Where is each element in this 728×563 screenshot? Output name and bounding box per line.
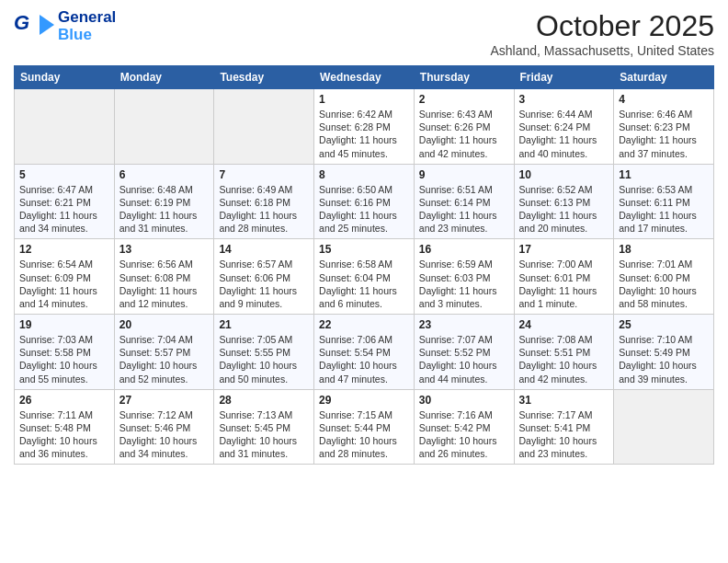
day-number: 14 <box>219 243 309 256</box>
day-info: Sunrise: 6:51 AM Sunset: 6:14 PM Dayligh… <box>419 183 509 236</box>
day-number: 26 <box>19 394 109 407</box>
day-number: 17 <box>519 243 609 256</box>
day-number: 21 <box>219 318 309 331</box>
day-number: 5 <box>19 168 109 181</box>
day-number: 13 <box>119 243 210 256</box>
weekday-header-tuesday: Tuesday <box>214 66 314 89</box>
calendar-cell: 29Sunrise: 7:15 AM Sunset: 5:44 PM Dayli… <box>314 389 415 465</box>
day-info: Sunrise: 6:47 AM Sunset: 6:21 PM Dayligh… <box>19 183 109 236</box>
logo-general: General <box>58 9 116 27</box>
calendar-week-5: 26Sunrise: 7:11 AM Sunset: 5:48 PM Dayli… <box>15 389 714 465</box>
calendar-cell: 7Sunrise: 6:49 AM Sunset: 6:18 PM Daylig… <box>214 164 314 239</box>
calendar-cell: 12Sunrise: 6:54 AM Sunset: 6:09 PM Dayli… <box>15 239 115 315</box>
calendar-cell: 14Sunrise: 6:57 AM Sunset: 6:06 PM Dayli… <box>214 239 314 315</box>
day-number: 3 <box>519 93 609 106</box>
day-info: Sunrise: 6:44 AM Sunset: 6:24 PM Dayligh… <box>519 108 609 160</box>
svg-marker-1 <box>40 15 54 35</box>
calendar-week-3: 12Sunrise: 6:54 AM Sunset: 6:09 PM Dayli… <box>15 239 714 315</box>
calendar-cell <box>214 89 314 165</box>
logo-text: General Blue <box>58 9 116 43</box>
weekday-header-row: SundayMondayTuesdayWednesdayThursdayFrid… <box>15 66 714 89</box>
calendar-cell: 2Sunrise: 6:43 AM Sunset: 6:26 PM Daylig… <box>414 89 514 165</box>
calendar-table: SundayMondayTuesdayWednesdayThursdayFrid… <box>14 65 714 465</box>
day-info: Sunrise: 6:56 AM Sunset: 6:08 PM Dayligh… <box>119 258 210 310</box>
svg-text:G: G <box>14 11 29 34</box>
day-number: 4 <box>619 93 709 106</box>
day-info: Sunrise: 7:05 AM Sunset: 5:55 PM Dayligh… <box>219 333 309 385</box>
calendar-cell <box>114 89 214 165</box>
day-number: 7 <box>219 168 309 181</box>
day-number: 24 <box>519 318 609 331</box>
calendar-week-1: 1Sunrise: 6:42 AM Sunset: 6:28 PM Daylig… <box>15 89 714 165</box>
calendar-cell: 5Sunrise: 6:47 AM Sunset: 6:21 PM Daylig… <box>15 164 115 239</box>
day-info: Sunrise: 6:50 AM Sunset: 6:16 PM Dayligh… <box>319 183 409 236</box>
calendar-cell: 13Sunrise: 6:56 AM Sunset: 6:08 PM Dayli… <box>114 239 214 315</box>
page-container: G General Blue October 2025 Ashland, Mas… <box>0 0 728 474</box>
day-number: 16 <box>419 243 509 256</box>
day-info: Sunrise: 7:01 AM Sunset: 6:00 PM Dayligh… <box>619 258 709 310</box>
day-info: Sunrise: 6:53 AM Sunset: 6:11 PM Dayligh… <box>619 183 709 236</box>
day-info: Sunrise: 7:15 AM Sunset: 5:44 PM Dayligh… <box>319 408 409 461</box>
day-info: Sunrise: 6:54 AM Sunset: 6:09 PM Dayligh… <box>19 258 109 310</box>
day-number: 19 <box>19 318 109 331</box>
logo-blue: Blue <box>58 27 116 44</box>
calendar-cell: 17Sunrise: 7:00 AM Sunset: 6:01 PM Dayli… <box>514 239 614 315</box>
calendar-cell: 1Sunrise: 6:42 AM Sunset: 6:28 PM Daylig… <box>314 89 415 165</box>
calendar-cell: 3Sunrise: 6:44 AM Sunset: 6:24 PM Daylig… <box>514 89 614 165</box>
day-info: Sunrise: 6:49 AM Sunset: 6:18 PM Dayligh… <box>219 183 309 236</box>
day-info: Sunrise: 6:52 AM Sunset: 6:13 PM Dayligh… <box>519 183 609 236</box>
calendar-cell: 6Sunrise: 6:48 AM Sunset: 6:19 PM Daylig… <box>114 164 214 239</box>
calendar-cell: 24Sunrise: 7:08 AM Sunset: 5:51 PM Dayli… <box>514 315 614 390</box>
day-info: Sunrise: 7:06 AM Sunset: 5:54 PM Dayligh… <box>319 333 409 385</box>
calendar-cell: 11Sunrise: 6:53 AM Sunset: 6:11 PM Dayli… <box>614 164 714 239</box>
calendar-cell: 23Sunrise: 7:07 AM Sunset: 5:52 PM Dayli… <box>414 315 514 390</box>
day-number: 25 <box>619 318 709 331</box>
day-number: 2 <box>419 93 509 106</box>
location: Ashland, Massachusetts, United States <box>490 43 714 58</box>
calendar-cell: 8Sunrise: 6:50 AM Sunset: 6:16 PM Daylig… <box>314 164 415 239</box>
day-number: 18 <box>619 243 709 256</box>
day-info: Sunrise: 7:11 AM Sunset: 5:48 PM Dayligh… <box>19 408 109 461</box>
day-number: 12 <box>19 243 109 256</box>
calendar-body: 1Sunrise: 6:42 AM Sunset: 6:28 PM Daylig… <box>15 89 714 465</box>
calendar-cell: 19Sunrise: 7:03 AM Sunset: 5:58 PM Dayli… <box>15 315 115 390</box>
calendar-cell: 22Sunrise: 7:06 AM Sunset: 5:54 PM Dayli… <box>314 315 415 390</box>
day-number: 9 <box>419 168 509 181</box>
calendar-cell <box>15 89 115 165</box>
day-number: 6 <box>119 168 210 181</box>
day-number: 27 <box>119 394 210 407</box>
day-number: 10 <box>519 168 609 181</box>
day-number: 31 <box>519 394 609 407</box>
day-number: 29 <box>319 394 409 407</box>
weekday-header-wednesday: Wednesday <box>314 66 415 89</box>
header: G General Blue October 2025 Ashland, Mas… <box>14 9 714 58</box>
calendar-cell: 9Sunrise: 6:51 AM Sunset: 6:14 PM Daylig… <box>414 164 514 239</box>
day-number: 30 <box>419 394 509 407</box>
calendar-cell <box>614 389 714 465</box>
calendar-cell: 20Sunrise: 7:04 AM Sunset: 5:57 PM Dayli… <box>114 315 214 390</box>
day-info: Sunrise: 6:46 AM Sunset: 6:23 PM Dayligh… <box>619 108 709 160</box>
day-number: 15 <box>319 243 409 256</box>
day-info: Sunrise: 7:03 AM Sunset: 5:58 PM Dayligh… <box>19 333 109 385</box>
weekday-header-thursday: Thursday <box>414 66 514 89</box>
weekday-header-sunday: Sunday <box>15 66 115 89</box>
day-info: Sunrise: 7:04 AM Sunset: 5:57 PM Dayligh… <box>119 333 210 385</box>
day-info: Sunrise: 6:48 AM Sunset: 6:19 PM Dayligh… <box>119 183 210 236</box>
calendar-week-4: 19Sunrise: 7:03 AM Sunset: 5:58 PM Dayli… <box>15 315 714 390</box>
day-number: 11 <box>619 168 709 181</box>
day-info: Sunrise: 7:12 AM Sunset: 5:46 PM Dayligh… <box>119 408 210 461</box>
day-info: Sunrise: 7:16 AM Sunset: 5:42 PM Dayligh… <box>419 408 509 461</box>
day-info: Sunrise: 6:43 AM Sunset: 6:26 PM Dayligh… <box>419 108 509 160</box>
day-info: Sunrise: 6:59 AM Sunset: 6:03 PM Dayligh… <box>419 258 509 310</box>
calendar-cell: 26Sunrise: 7:11 AM Sunset: 5:48 PM Dayli… <box>15 389 115 465</box>
day-number: 1 <box>319 93 409 106</box>
calendar-cell: 31Sunrise: 7:17 AM Sunset: 5:41 PM Dayli… <box>514 389 614 465</box>
day-info: Sunrise: 7:17 AM Sunset: 5:41 PM Dayligh… <box>519 408 609 461</box>
calendar-cell: 18Sunrise: 7:01 AM Sunset: 6:00 PM Dayli… <box>614 239 714 315</box>
weekday-header-saturday: Saturday <box>614 66 714 89</box>
day-number: 8 <box>319 168 409 181</box>
calendar-cell: 15Sunrise: 6:58 AM Sunset: 6:04 PM Dayli… <box>314 239 415 315</box>
day-number: 20 <box>119 318 210 331</box>
calendar-week-2: 5Sunrise: 6:47 AM Sunset: 6:21 PM Daylig… <box>15 164 714 239</box>
day-info: Sunrise: 7:00 AM Sunset: 6:01 PM Dayligh… <box>519 258 609 310</box>
